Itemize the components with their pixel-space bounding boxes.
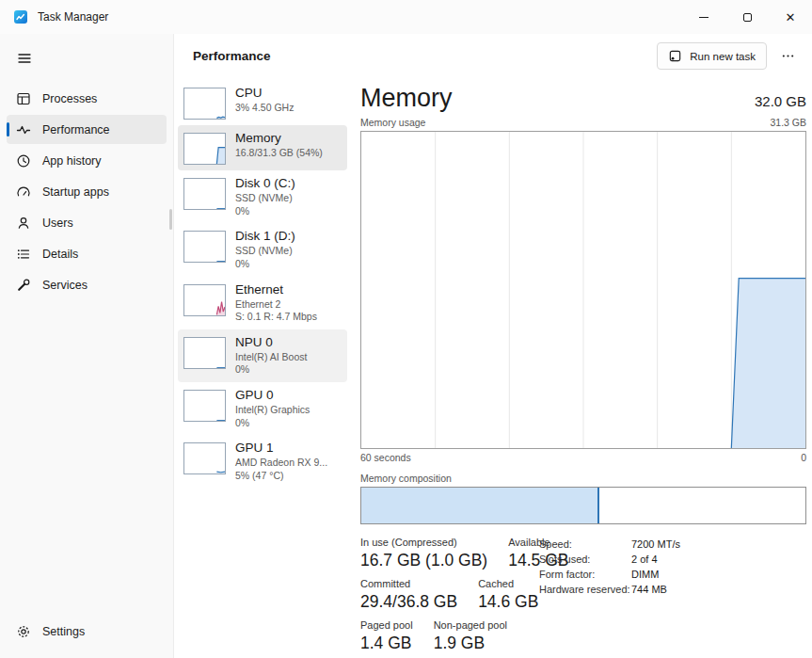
memory-composition-bar — [360, 487, 806, 524]
sidebar-item-startup-apps[interactable]: Startup apps — [7, 177, 167, 206]
perf-item-gpu1[interactable]: GPU 1 AMD Radeon RX 9... 5% (47 °C) — [178, 435, 347, 488]
minimize-icon — [699, 17, 709, 18]
cpu-thumbnail-chart — [183, 88, 226, 120]
run-new-task-button[interactable]: Run new task — [657, 42, 767, 70]
perf-item-detail: SSD (NVMe) — [235, 192, 295, 205]
stat-value: 1.9 GB — [434, 634, 507, 653]
x-axis-right-label: 0 — [801, 452, 806, 463]
details-icon — [16, 247, 31, 262]
sidebar-item-label: Settings — [42, 625, 85, 638]
perf-item-detail: 16.8/31.3 GB (54%) — [235, 147, 323, 160]
startup-apps-icon — [16, 185, 31, 200]
memory-usage-ymax-label: 31.3 GB — [770, 117, 806, 128]
stat-value: 14.6 GB — [478, 592, 538, 612]
memory-hardware-details: Speed: 7200 MT/s Slots used: 2 of 4 Form… — [539, 538, 680, 599]
stat-label: Paged pool — [360, 619, 413, 631]
detail-value: DIMM — [631, 569, 659, 580]
perf-item-gpu0[interactable]: GPU 0 Intel(R) Graphics 0% — [178, 382, 347, 435]
detail-label: Speed: — [539, 538, 631, 550]
gpu0-thumbnail-chart — [183, 390, 226, 422]
perf-item-detail: 0% — [235, 417, 310, 430]
memory-composition-label: Memory composition — [360, 473, 806, 484]
sidebar-item-performance[interactable]: Performance — [7, 115, 167, 144]
perf-item-cpu[interactable]: CPU 3% 4.50 GHz — [178, 80, 347, 125]
sidebar-item-services[interactable]: Services — [7, 270, 167, 299]
memory-total-capacity: 32.0 GB — [755, 93, 806, 109]
menu-button[interactable] — [8, 43, 41, 73]
task-manager-icon — [13, 9, 28, 24]
hamburger-icon — [17, 51, 32, 66]
sidebar-item-label: Startup apps — [42, 185, 109, 199]
perf-item-detail: 0% — [235, 363, 307, 377]
memory-usage-chart — [360, 131, 806, 449]
perf-item-name: Disk 0 (C:) — [235, 176, 295, 190]
disk1-thumbnail-chart — [183, 231, 226, 263]
detail-label: Form factor: — [539, 569, 631, 580]
memory-thumbnail-chart — [183, 133, 226, 165]
sidebar-item-users[interactable]: Users — [7, 208, 167, 237]
npu0-thumbnail-chart — [183, 337, 226, 369]
perf-item-name: GPU 1 — [235, 441, 327, 455]
sidebar-item-details[interactable]: Details — [7, 239, 167, 268]
perf-item-disk0[interactable]: Disk 0 (C:) SSD (NVMe) 0% — [178, 170, 347, 223]
processes-icon — [16, 91, 31, 106]
performance-icon — [16, 122, 31, 137]
run-new-task-icon — [668, 49, 682, 63]
content-area: Performance Run new task — [174, 34, 812, 658]
sidebar-item-processes[interactable]: Processes — [7, 84, 167, 113]
sidebar-item-app-history[interactable]: App history — [7, 146, 167, 175]
perf-item-disk1[interactable]: Disk 1 (D:) SSD (NVMe) 0% — [178, 223, 347, 276]
stat-label: Committed — [360, 578, 457, 589]
x-axis-left-label: 60 seconds — [360, 452, 411, 463]
sidebar-item-label: Services — [42, 279, 88, 292]
detail-row-form-factor: Form factor: DIMM — [539, 569, 680, 580]
maximize-button[interactable] — [725, 0, 769, 34]
perf-item-name: NPU 0 — [235, 335, 307, 349]
titlebar[interactable]: Task Manager ✕ — [0, 0, 812, 34]
maximize-icon — [743, 13, 752, 22]
content-header: Performance Run new task — [174, 34, 812, 78]
sidebar-scrollbar-thumb[interactable] — [169, 209, 172, 230]
perf-item-name: Ethernet — [235, 282, 317, 297]
perf-item-name: Memory — [235, 131, 323, 145]
stat-paged-pool: Paged pool 1.4 GB — [360, 619, 413, 653]
perf-item-detail: Intel(R) AI Boost — [235, 351, 307, 364]
sidebar-item-settings[interactable]: Settings — [7, 617, 167, 646]
stat-committed: Committed 29.4/36.8 GB — [360, 578, 457, 612]
perf-item-npu0[interactable]: NPU 0 Intel(R) AI Boost 0% — [178, 329, 347, 382]
detail-value: 2 of 4 — [631, 554, 658, 565]
detail-label: Slots used: — [539, 554, 631, 565]
detail-row-speed: Speed: 7200 MT/s — [539, 538, 680, 550]
window-title: Task Manager — [38, 10, 108, 24]
detail-value: 744 MB — [631, 584, 667, 595]
memory-title: Memory — [360, 84, 453, 113]
stat-in-use: In use (Compressed) 16.7 GB (1.0 GB) — [360, 537, 487, 570]
detail-row-hardware-reserved: Hardware reserved: 744 MB — [539, 584, 680, 595]
detail-label: Hardware reserved: — [539, 584, 631, 595]
perf-item-name: CPU — [235, 86, 294, 100]
memory-detail-panel: Memory 32.0 GB Memory usage 31.3 GB 60 s… — [351, 78, 812, 658]
sidebar-item-label: Processes — [42, 92, 97, 105]
more-options-button[interactable] — [774, 44, 801, 69]
close-button[interactable]: ✕ — [769, 0, 812, 34]
gpu1-thumbnail-chart — [183, 442, 226, 474]
memory-stats: In use (Compressed) 16.7 GB (1.0 GB) Ava… — [360, 537, 806, 653]
stat-label: In use (Compressed) — [360, 537, 487, 548]
memory-usage-chart-label: Memory usage — [360, 117, 425, 128]
perf-item-detail: 0% — [235, 205, 295, 218]
users-icon — [16, 216, 31, 231]
perf-item-ethernet[interactable]: Ethernet Ethernet 2 S: 0.1 R: 4.7 Mbps — [178, 277, 347, 329]
perf-item-detail: Ethernet 2 — [235, 298, 317, 312]
stat-non-paged-pool: Non-paged pool 1.9 GB — [434, 619, 507, 653]
performance-resource-list: CPU 3% 4.50 GHz Memory 16.8/31.3 GB (54%… — [174, 78, 351, 658]
run-new-task-label: Run new task — [690, 51, 756, 62]
minimize-button[interactable] — [682, 0, 725, 34]
perf-item-detail: SSD (NVMe) — [235, 245, 295, 258]
perf-item-detail: 5% (47 °C) — [235, 470, 327, 483]
stat-cached: Cached 14.6 GB — [478, 578, 538, 612]
perf-item-memory[interactable]: Memory 16.8/31.3 GB (54%) — [178, 125, 347, 170]
stat-label: Non-paged pool — [434, 619, 507, 631]
page-title: Performance — [193, 49, 271, 63]
ethernet-thumbnail-chart — [183, 284, 226, 316]
task-manager-window: Task Manager ✕ Processes — [0, 0, 812, 658]
